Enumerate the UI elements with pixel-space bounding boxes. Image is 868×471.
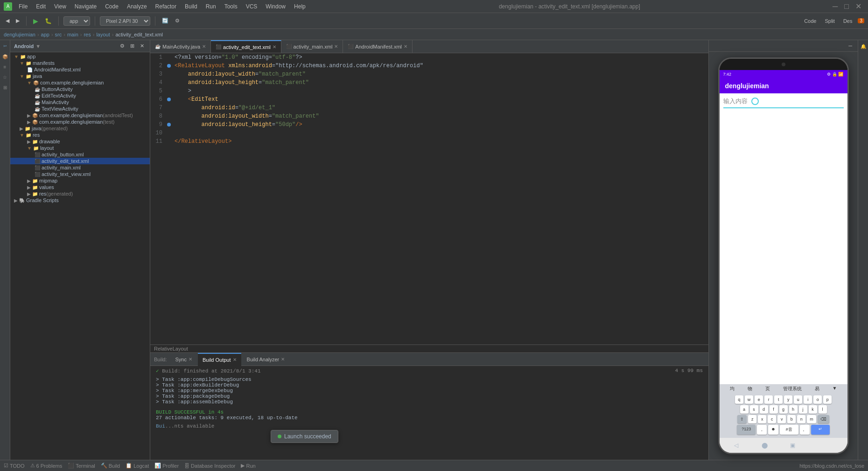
notifications-icon[interactable]: 🔔 (859, 42, 868, 50)
key-i[interactable]: i (804, 395, 812, 404)
close-mainactivity[interactable]: ✕ (202, 44, 206, 49)
minimize-btn[interactable]: ─ (830, 2, 840, 11)
nav-back[interactable]: ◁ (732, 441, 741, 450)
tab-build-output[interactable]: Build Output ✕ (198, 353, 241, 366)
tree-androidmanifest[interactable]: 📄 AndroidManifest.xml (10, 66, 150, 73)
menu-view[interactable]: View (50, 2, 70, 11)
preview-minimize[interactable]: ─ (847, 42, 854, 49)
key-n[interactable]: n (797, 415, 805, 423)
tab-androidmanifest[interactable]: ⬛ AndroidManifest.xml ✕ (343, 40, 413, 53)
code-editor[interactable]: 1 <?xml version="1.0" encoding="utf-8"?>… (150, 53, 708, 344)
panel-expand-btn[interactable]: ⊞ (128, 42, 136, 50)
tree-com-unittest[interactable]: ▶ 📦 com.example.denglujiemian (test) (10, 119, 150, 125)
back-btn[interactable]: ◀ (4, 17, 11, 25)
menu-vcs[interactable]: VCS (242, 2, 261, 11)
key-backspace[interactable]: ⌫ (818, 415, 829, 423)
key-w[interactable]: w (745, 395, 754, 404)
split-view-btn[interactable]: Split (822, 17, 837, 25)
key-enter[interactable]: ↵ (811, 425, 830, 435)
menu-help[interactable]: Help (290, 2, 309, 11)
tree-layout[interactable]: ▼ 📁 layout (10, 145, 150, 151)
tree-values[interactable]: ▶ 📁 values (10, 184, 150, 190)
logcat-btn[interactable]: 📋 Logcat (126, 463, 149, 469)
tab-activity-main[interactable]: ⬛ activity_main.xml ✕ (281, 40, 343, 53)
tree-mipmap[interactable]: ▶ 📁 mipmap (10, 177, 150, 184)
tree-java-gen[interactable]: ▶ 📁 java (generated) (10, 125, 150, 132)
crumb-app[interactable]: app (41, 32, 49, 37)
terminal-btn[interactable]: ⬛ Terminal (68, 463, 95, 469)
menu-navigate[interactable]: Navigate (71, 2, 100, 11)
close-build-analyzer[interactable]: ✕ (281, 357, 285, 362)
key-x[interactable]: x (758, 415, 766, 423)
suggestion-0[interactable]: 均 (730, 386, 735, 392)
todo-btn[interactable]: ☑ TODO (4, 463, 25, 469)
menu-build[interactable]: Build (181, 2, 201, 11)
key-comma[interactable]: ， (757, 425, 767, 435)
key-d[interactable]: d (760, 405, 768, 414)
crumb-project[interactable]: denglujiemian (4, 32, 35, 37)
close-build-output[interactable]: ✕ (233, 357, 237, 362)
key-t[interactable]: t (774, 395, 783, 404)
menu-run[interactable]: Run (202, 2, 220, 11)
tree-mainactivity[interactable]: ☕ MainActivity (10, 99, 150, 105)
build-status-btn[interactable]: 🔨 Build (101, 463, 120, 469)
tree-activity-edit-text[interactable]: ⬛ activity_edit_text.xml (10, 158, 150, 164)
module-dropdown[interactable]: app (63, 16, 90, 26)
key-g[interactable]: g (779, 405, 788, 414)
tree-res-gen[interactable]: ▶ 📁 res (generated) (10, 190, 150, 197)
tree-edittextactivity[interactable]: ☕ EditTextActivity (10, 92, 150, 99)
key-pinyin[interactable]: #音 (780, 425, 798, 435)
resource-icon[interactable]: 📦 (1, 52, 9, 61)
close-activity-edit-text[interactable]: ✕ (273, 44, 276, 49)
tab-build-analyzer[interactable]: Build Analyzer ✕ (242, 353, 290, 366)
database-inspector-btn[interactable]: 🗄 Database Inspector (184, 463, 235, 469)
menu-window[interactable]: Window (262, 2, 289, 11)
debug-btn[interactable]: 🐛 (43, 17, 54, 25)
key-o[interactable]: o (813, 395, 822, 404)
tree-textviewactivity[interactable]: ☕ TextViewActivity (10, 105, 150, 112)
key-q[interactable]: q (735, 395, 743, 404)
close-btn[interactable]: ✕ (853, 2, 864, 11)
tree-activity-textview[interactable]: ⬛ activity_text_view.xml (10, 171, 150, 177)
maximize-btn[interactable]: □ (841, 2, 852, 11)
menu-analyze[interactable]: Analyze (123, 2, 151, 11)
run-btn[interactable]: ▶ (31, 16, 40, 26)
tree-com-main[interactable]: ▼ 📦 com.example.denglujiemian (10, 79, 150, 86)
tree-java[interactable]: ▼ 📁 java (10, 73, 150, 79)
tree-manifests[interactable]: ▼ 📁 manifests (10, 60, 150, 66)
favorites-icon[interactable]: ☆ (1, 73, 9, 81)
menu-refactor[interactable]: Refactor (152, 2, 180, 11)
key-e[interactable]: e (755, 395, 763, 404)
sync-btn[interactable]: 🔄 (160, 17, 170, 25)
key-p[interactable]: p (823, 395, 832, 404)
suggestion-expand[interactable]: ▼ (833, 386, 837, 392)
tree-buttonactivity[interactable]: ☕ ButtonActivity (10, 86, 150, 92)
run-status-btn[interactable]: ▶ Run (241, 463, 255, 469)
key-r[interactable]: r (764, 395, 773, 404)
design-view-btn[interactable]: Des (840, 17, 855, 25)
profiler-btn[interactable]: 📊 Profiler (154, 463, 179, 469)
tree-drawable[interactable]: ▶ 📁 drawable (10, 138, 150, 145)
build-variants-icon[interactable]: ⊞ (1, 83, 9, 91)
key-a[interactable]: a (740, 405, 749, 414)
code-view-btn[interactable]: Code (801, 17, 819, 25)
key-v[interactable]: v (777, 415, 786, 423)
key-h[interactable]: h (789, 405, 798, 414)
project-icon[interactable]: 1 (1, 42, 9, 50)
crumb-main[interactable]: main (67, 32, 78, 37)
key-z[interactable]: z (748, 415, 756, 423)
key-c[interactable]: c (768, 415, 776, 423)
panel-settings-btn[interactable]: ⚙ (118, 42, 126, 50)
nav-home[interactable]: ⬤ (760, 441, 769, 450)
crumb-layout[interactable]: layout (96, 32, 110, 37)
key-j[interactable]: j (799, 405, 807, 414)
menu-edit[interactable]: Edit (32, 2, 49, 11)
close-activity-main[interactable]: ✕ (334, 44, 338, 49)
tree-app[interactable]: ▼ 📁 app (10, 53, 150, 60)
key-b[interactable]: b (787, 415, 796, 423)
key-u[interactable]: u (794, 395, 802, 404)
menu-tools[interactable]: Tools (221, 2, 241, 11)
key-shift[interactable]: ⇧ (737, 415, 747, 423)
suggestion-3[interactable]: 管理系统 (783, 386, 802, 392)
key-period[interactable]: 。 (800, 425, 810, 435)
